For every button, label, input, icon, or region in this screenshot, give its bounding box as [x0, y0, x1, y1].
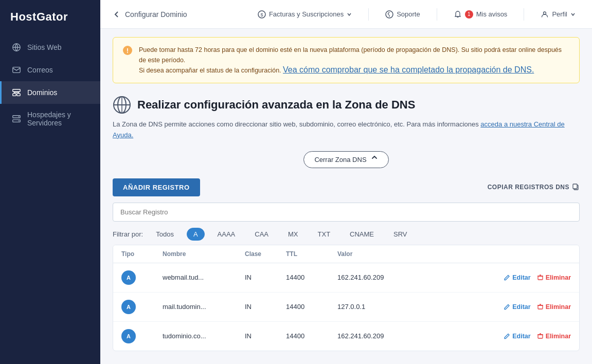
- svg-rect-31: [538, 335, 543, 338]
- domain-icon: [12, 88, 21, 97]
- cell-class: IN: [245, 332, 286, 340]
- col-tipo: Tipo: [121, 250, 163, 258]
- cell-name: webmail.tud...: [163, 274, 245, 281]
- nav-perfil-label: Perfil: [552, 10, 567, 18]
- nav-perfil[interactable]: Perfil: [536, 7, 580, 22]
- warning-text: Puede tomar hasta 72 horas para que el d…: [139, 46, 562, 64]
- sidebar-nav: Sitios Web Correos Dominios Hospedajes y…: [0, 36, 100, 134]
- nav-facturas-label: Facturas y Suscripciones: [269, 10, 344, 18]
- svg-point-11: [19, 120, 20, 121]
- close-dns-button[interactable]: Cerrar Zona DNS: [303, 151, 388, 168]
- cell-actions: Editar Eliminar: [509, 333, 571, 340]
- topbar-separator2: [437, 8, 437, 21]
- svg-text:!: !: [127, 47, 129, 54]
- warning-icon: !: [122, 45, 133, 56]
- filter-caa[interactable]: CAA: [248, 228, 275, 241]
- filter-todos[interactable]: Todos: [149, 228, 181, 241]
- table-row: A tudominio.co... IN 14400 162.241.60.20…: [113, 322, 579, 351]
- filter-row: Filtrar por: Todos A AAAA CAA MX TXT CNA…: [113, 228, 580, 241]
- cell-value: 162.241.60.209: [337, 332, 509, 340]
- filter-aaaa[interactable]: AAAA: [211, 228, 242, 241]
- col-valor: Valor: [337, 250, 509, 258]
- dns-controls: AÑADIR REGISTRO COPIAR REGISTROS DNS: [113, 178, 580, 196]
- copy-dns-button[interactable]: COPIAR REGISTROS DNS: [488, 184, 580, 191]
- sidebar-item-correos[interactable]: Correos: [0, 59, 100, 81]
- edit-button[interactable]: Editar: [504, 303, 530, 311]
- col-nombre: Nombre: [163, 250, 245, 258]
- dns-zone-desc: La Zona de DNS permite acciones como dir…: [113, 119, 580, 141]
- nav-facturas[interactable]: $ Facturas y Suscripciones: [254, 7, 356, 22]
- sidebar-item-dominios[interactable]: Dominios: [0, 81, 100, 104]
- delete-button[interactable]: Eliminar: [537, 274, 571, 281]
- sidebar-item-sitios-web[interactable]: Sitios Web: [0, 36, 100, 59]
- sidebar-item-hospedajes[interactable]: Hospedajes y Servidores: [0, 104, 100, 134]
- filter-a[interactable]: A: [187, 228, 205, 241]
- globe-dns-icon: [113, 96, 131, 114]
- cell-ttl: 14400: [286, 332, 337, 340]
- sidebar-item-label: Hospedajes y Servidores: [27, 111, 90, 127]
- svg-rect-28: [538, 305, 543, 309]
- dns-zone-title: Realizar configuración avanzada en la Zo…: [137, 98, 415, 112]
- col-actions: [509, 250, 571, 258]
- cell-name: tudominio.co...: [163, 332, 245, 340]
- topbar-nav: $ Facturas y Suscripciones Soporte 1 Mis…: [254, 7, 580, 22]
- col-clase: Clase: [245, 250, 286, 258]
- filter-txt[interactable]: TXT: [311, 228, 337, 241]
- svg-rect-3: [13, 94, 16, 96]
- warning-banner: ! Puede tomar hasta 72 horas para que el…: [113, 37, 580, 83]
- type-badge-a: A: [121, 300, 136, 314]
- delete-button[interactable]: Eliminar: [537, 333, 571, 340]
- edit-button[interactable]: Editar: [504, 274, 530, 281]
- back-button[interactable]: Configurar Dominio: [113, 10, 187, 19]
- cell-type: A: [121, 329, 163, 343]
- cell-ttl: 14400: [286, 303, 337, 311]
- filter-cname[interactable]: CNAME: [343, 228, 381, 241]
- cell-actions: Editar Eliminar: [509, 303, 571, 311]
- filter-label: Filtrar por:: [113, 230, 143, 238]
- nav-soporte[interactable]: Soporte: [381, 7, 424, 22]
- warning-link[interactable]: Vea cómo comprobar que se ha completado …: [283, 65, 534, 74]
- cell-value: 127.0.0.1: [337, 303, 509, 311]
- warning-content: Puede tomar hasta 72 horas para que el d…: [139, 45, 570, 76]
- edit-button[interactable]: Editar: [504, 333, 530, 340]
- delete-button[interactable]: Eliminar: [537, 303, 571, 311]
- nav-avisos[interactable]: 1 Mis avisos: [450, 7, 512, 22]
- cell-name: mail.tudomin...: [163, 303, 245, 311]
- search-container: [113, 203, 580, 222]
- cell-class: IN: [245, 303, 286, 311]
- search-input[interactable]: [113, 203, 580, 222]
- type-badge-a: A: [121, 329, 136, 343]
- dns-table: Tipo Nombre Clase TTL Valor A webmail.tu…: [113, 245, 580, 351]
- cell-ttl: 14400: [286, 274, 337, 281]
- server-icon: [12, 114, 21, 123]
- type-badge-a: A: [121, 270, 136, 285]
- sidebar: HostGator Sitios Web Correos Dominios Ho…: [0, 0, 100, 364]
- globe-icon: [12, 43, 21, 52]
- topbar-title: Configurar Dominio: [125, 10, 187, 19]
- cell-actions: Editar Eliminar: [509, 274, 571, 281]
- avisos-badge: 1: [465, 10, 473, 19]
- svg-rect-1: [13, 67, 20, 73]
- content-area: ! Puede tomar hasta 72 horas para que el…: [100, 29, 592, 364]
- svg-rect-4: [17, 94, 20, 96]
- sidebar-item-label: Dominios: [27, 88, 57, 97]
- table-row: A mail.tudomin... IN 14400 127.0.0.1 Edi…: [113, 293, 579, 322]
- cell-value: 162.241.60.209: [337, 274, 509, 281]
- topbar: Configurar Dominio $ Facturas y Suscripc…: [100, 0, 592, 29]
- svg-rect-2: [13, 89, 20, 92]
- filter-mx[interactable]: MX: [281, 228, 305, 241]
- add-record-button[interactable]: AÑADIR REGISTRO: [113, 178, 200, 196]
- dns-zone-section: Realizar configuración avanzada en la Zo…: [100, 92, 592, 359]
- cell-type: A: [121, 300, 163, 314]
- topbar-separator: [368, 8, 369, 21]
- filter-srv[interactable]: SRV: [387, 228, 414, 241]
- cell-type: A: [121, 270, 163, 285]
- table-header: Tipo Nombre Clase TTL Valor: [113, 245, 579, 263]
- nav-avisos-label: Mis avisos: [476, 10, 508, 18]
- svg-point-16: [544, 12, 546, 14]
- svg-rect-25: [538, 276, 543, 280]
- cell-class: IN: [245, 274, 286, 281]
- main-area: Configurar Dominio $ Facturas y Suscripc…: [100, 0, 592, 364]
- svg-point-10: [19, 116, 20, 117]
- nav-soporte-label: Soporte: [397, 10, 420, 18]
